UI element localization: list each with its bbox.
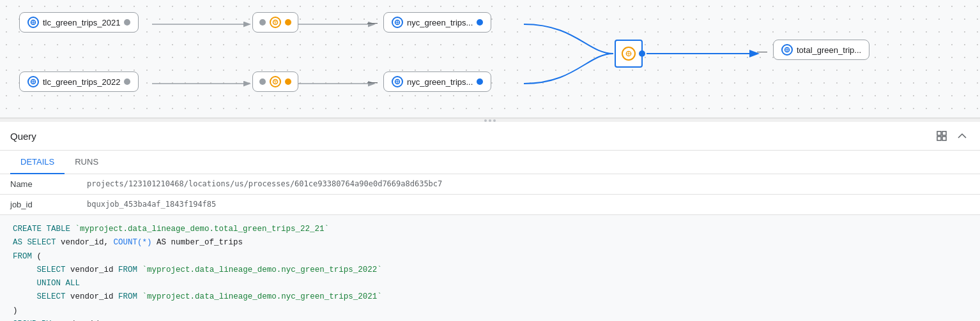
- detail-row-name: Name projects/123101210468/locations/us/…: [0, 174, 980, 195]
- node-filter2022[interactable]: [252, 71, 298, 92]
- sql-line3: FROM (: [13, 250, 967, 264]
- output-port-filter2022: [285, 78, 291, 85]
- svg-rect-31: [937, 137, 941, 140]
- sql-kw-asselect: AS SELECT: [13, 238, 56, 247]
- union-icon: [622, 47, 636, 61]
- svg-point-17: [273, 80, 278, 84]
- detail-name-value: projects/123101210468/locations/us/proce…: [77, 174, 980, 195]
- dash-total: —: [757, 46, 767, 57]
- panel-title: Query: [10, 131, 36, 148]
- bottom-panel: Query DETAILS RUNS Name projects/1231012…: [0, 122, 980, 321]
- output-port-query2021: [477, 19, 483, 26]
- expand-button[interactable]: [934, 128, 949, 144]
- output-port-2021: [124, 19, 130, 26]
- sql-kw-select2: SELECT: [37, 292, 66, 301]
- tab-details[interactable]: DETAILS: [10, 151, 65, 174]
- tab-runs[interactable]: RUNS: [65, 151, 109, 174]
- detail-jobid-label: job_id: [0, 195, 77, 215]
- sql-fn-count: COUNT(*): [114, 238, 152, 247]
- panel-header: Query: [0, 122, 980, 151]
- sql-text-as: AS number_of_trips: [157, 238, 243, 247]
- sql-kw-from2: FROM: [118, 265, 137, 274]
- sql-text-vendor: vendor_id,: [61, 238, 114, 247]
- dash-2022: —: [367, 77, 378, 88]
- sql-indent2: [13, 279, 32, 288]
- output-port-query2022: [477, 78, 483, 85]
- sql-kw-select1: SELECT: [37, 265, 66, 274]
- input-port-filter2021: [259, 19, 266, 26]
- sql-line6: SELECT vendor_id FROM `myproject.data_li…: [13, 290, 967, 304]
- node-total[interactable]: total_green_trip...: [773, 40, 869, 60]
- output-port-filter2021: [285, 19, 291, 26]
- details-table: Name projects/123101210468/locations/us/…: [0, 174, 980, 215]
- node-tlc2021[interactable]: tlc_green_trips_2021: [19, 12, 139, 33]
- sql-indent3: [13, 292, 32, 301]
- node-query2022[interactable]: nyc_green_trips...: [383, 71, 491, 92]
- detail-row-jobid: job_id bquxjob_453ba4af_1843f194f85: [0, 195, 980, 215]
- sql-str-table: `myproject.data_lineage_demo.total_green…: [75, 225, 330, 234]
- sql-line1: CREATE TABLE `myproject.data_lineage_dem…: [13, 223, 967, 236]
- svg-rect-32: [942, 137, 946, 140]
- sql-close-paren: ): [13, 306, 18, 315]
- pipeline-canvas: tlc_green_trips_2021 — nyc_green_trips..…: [0, 0, 980, 118]
- sql-line7: ): [13, 304, 967, 318]
- collapse-button[interactable]: [954, 128, 970, 144]
- query-icon-2021: [392, 17, 403, 28]
- sql-kw-create: CREATE TABLE: [13, 225, 70, 234]
- sql-line5: UNION ALL: [13, 277, 967, 290]
- detail-name-label: Name: [0, 174, 77, 195]
- union-output-port: [639, 50, 645, 57]
- node-label-query2022: nyc_green_trips...: [407, 77, 473, 87]
- node-label-query2021: nyc_green_trips...: [407, 18, 473, 27]
- node-tlc2022[interactable]: tlc_green_trips_2022: [19, 71, 139, 92]
- sql-code-area: CREATE TABLE `myproject.data_lineage_dem…: [0, 215, 980, 321]
- filter-icon-2021: [270, 17, 281, 28]
- tabs: DETAILS RUNS: [0, 151, 980, 174]
- sql-line4: SELECT vendor_id FROM `myproject.data_li…: [13, 264, 967, 277]
- node-label-2022: tlc_green_trips_2022: [43, 77, 120, 87]
- svg-rect-29: [937, 131, 941, 135]
- node-label-total: total_green_trip...: [797, 45, 861, 55]
- total-icon: [781, 44, 793, 56]
- svg-point-8: [273, 20, 278, 25]
- sql-kw-from: FROM: [13, 252, 32, 261]
- detail-jobid-value: bquxjob_453ba4af_1843f194f85: [77, 195, 980, 215]
- sql-kw-union: UNION ALL: [37, 279, 80, 288]
- panel-header-actions: [934, 128, 970, 150]
- sql-str-2022: `myproject.data_lineage_demo.nyc_green_t…: [142, 265, 382, 274]
- query-icon-2022: [392, 76, 403, 87]
- node-query2021[interactable]: nyc_green_trips...: [383, 12, 491, 33]
- source-icon-2021: [27, 17, 39, 28]
- svg-rect-30: [942, 131, 946, 135]
- source-icon-2022: [27, 76, 39, 87]
- node-filter2021[interactable]: [252, 12, 298, 33]
- filter-icon-2022: [270, 76, 281, 87]
- sql-kw-from3: FROM: [118, 292, 137, 301]
- node-label-2021: tlc_green_trips_2021: [43, 18, 120, 27]
- node-union[interactable]: [615, 40, 643, 68]
- sql-text-vid1: vendor_id: [70, 265, 118, 274]
- sql-text-vid2: vendor_id: [70, 292, 118, 301]
- sql-indent1: [13, 265, 32, 274]
- sql-str-2021: `myproject.data_lineage_demo.nyc_green_t…: [142, 292, 382, 301]
- output-port-2022: [124, 78, 130, 85]
- sql-line8: GROUP BY vendor_id: [13, 318, 967, 321]
- resize-dots: [484, 119, 496, 122]
- sql-line2: AS SELECT vendor_id, COUNT(*) AS number_…: [13, 236, 967, 250]
- input-port-filter2022: [259, 78, 266, 85]
- sql-text-paren: (: [37, 252, 42, 261]
- dash-2021: —: [367, 17, 378, 29]
